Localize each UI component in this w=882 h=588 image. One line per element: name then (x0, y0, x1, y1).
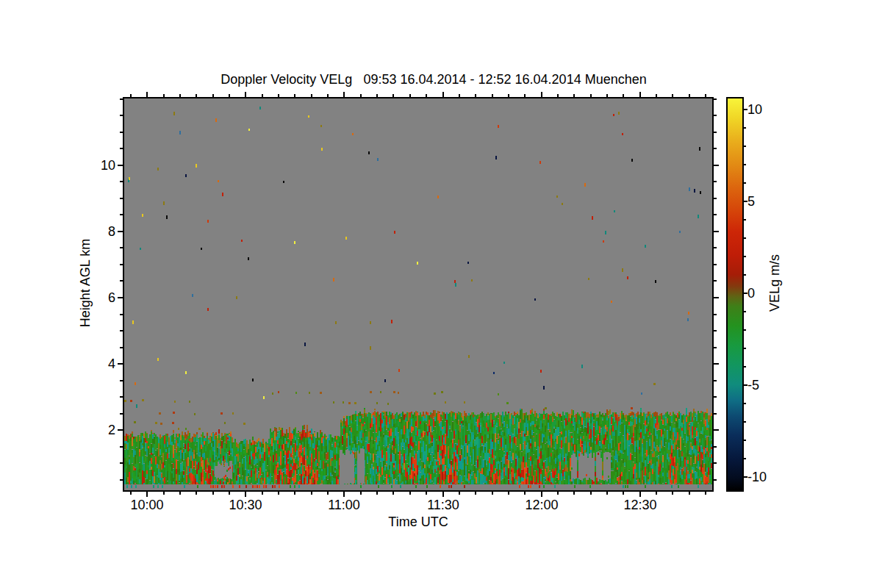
x-axis-tick (606, 492, 608, 495)
x-axis-tick (426, 492, 427, 495)
y-axis-tick (120, 396, 123, 398)
x-axis-tick (475, 492, 476, 495)
velocity-heatmap-canvas (124, 98, 712, 490)
x-axis-top-tick (262, 94, 263, 97)
x-axis-tick (130, 492, 132, 495)
x-axis-top-tick (130, 94, 132, 97)
y-axis-right-tick (714, 446, 717, 448)
y-axis-tick (120, 380, 123, 381)
x-axis-tick (689, 492, 690, 495)
y-axis-right-tick (714, 462, 717, 464)
x-axis-tick (179, 492, 181, 495)
y-axis-tick (120, 314, 123, 315)
y-axis-right-tick (714, 198, 717, 199)
y-axis-right-tick (714, 181, 717, 182)
y-axis-tick (120, 181, 123, 182)
y-axis-tick (118, 429, 123, 431)
x-axis-top-tick (508, 94, 509, 97)
y-axis-tick-label: 4 (83, 356, 115, 371)
y-axis-right-tick (714, 115, 717, 116)
y-axis-tick (120, 132, 123, 133)
colorbar-tick (744, 403, 746, 404)
y-axis-tick (120, 330, 123, 331)
x-axis-tick (557, 492, 559, 495)
x-axis-tick (196, 492, 197, 495)
x-axis-tick (392, 492, 394, 495)
y-axis-tick (120, 462, 123, 464)
colorbar-tick-label: 10 (747, 102, 784, 117)
colorbar-tick (744, 274, 746, 276)
colorbar-tick (744, 311, 746, 312)
y-axis-right-tick (714, 231, 719, 232)
y-axis-tick (120, 214, 123, 215)
x-axis-top-tick (179, 94, 181, 97)
x-axis-tick (541, 492, 542, 497)
x-axis-top-tick (327, 94, 329, 97)
x-axis-tick (524, 492, 526, 495)
colorbar-tick-label: -5 (747, 378, 784, 392)
x-axis-tick (442, 492, 444, 497)
y-axis-tick (120, 115, 123, 116)
x-axis-top-tick (442, 92, 444, 97)
x-axis-top-tick (245, 92, 246, 97)
y-axis-right-tick (714, 429, 719, 431)
x-axis-top-tick (475, 94, 476, 97)
colorbar-tick (744, 440, 746, 441)
x-axis-tick (343, 492, 345, 497)
x-axis-tick (656, 492, 657, 495)
y-axis-right-tick (714, 148, 717, 149)
y-axis-tick (120, 280, 123, 282)
x-axis-tick (459, 492, 460, 495)
x-axis-top-tick (229, 94, 230, 97)
chart-title: Doppler Velocity VELg 09:53 16.04.2014 -… (124, 72, 743, 87)
y-axis-tick (120, 264, 123, 265)
x-axis-tick (327, 492, 329, 495)
y-axis-tick-label: 6 (83, 290, 115, 305)
y-axis-tick (120, 148, 123, 149)
x-axis-tick-label: 10:00 (123, 498, 171, 513)
y-axis-tick-label: 8 (83, 224, 115, 239)
y-axis-right-tick (714, 396, 717, 398)
x-axis-tick (623, 492, 624, 495)
x-axis-tick (212, 492, 214, 495)
x-axis-tick (311, 492, 312, 495)
x-axis-top-tick (409, 94, 411, 97)
y-axis-tick (120, 198, 123, 199)
y-axis-right-tick (714, 98, 717, 100)
x-axis-top-tick (573, 94, 575, 97)
y-axis-right-tick (714, 380, 717, 381)
x-axis-tick-label: 12:30 (617, 498, 664, 513)
colorbar-axis-label: VELg m/s (767, 217, 782, 349)
x-axis-tick (705, 492, 706, 495)
x-axis-top-tick (541, 92, 542, 97)
colorbar-gradient (728, 98, 742, 490)
y-axis-right-tick (714, 165, 719, 166)
x-axis-top-tick (492, 94, 493, 97)
x-axis-tick (146, 492, 148, 497)
y-axis-tick (120, 413, 123, 415)
x-axis-top-tick (689, 94, 690, 97)
y-axis-tick (120, 479, 123, 481)
x-axis-tick-label: 11:30 (420, 498, 467, 513)
x-axis-top-tick (343, 92, 345, 97)
x-axis-tick (508, 492, 509, 495)
y-axis-tick-label: 2 (83, 423, 115, 437)
y-axis-right-tick (714, 363, 719, 365)
x-axis-top-tick (672, 94, 673, 97)
x-axis-tick (229, 492, 230, 495)
colorbar-tick (744, 219, 746, 220)
x-axis-tick-label: 10:30 (222, 498, 269, 513)
colorbar-tick (744, 146, 746, 147)
x-axis-top-tick (557, 94, 559, 97)
x-axis-top-tick (163, 94, 165, 97)
x-axis-tick (376, 492, 378, 495)
y-axis-tick (120, 446, 123, 448)
y-axis-tick (118, 231, 123, 232)
x-axis-top-tick (360, 94, 362, 97)
x-axis-tick (360, 492, 362, 495)
x-axis-top-tick (705, 94, 706, 97)
y-axis-right-tick (714, 347, 717, 348)
colorbar-tick (744, 127, 746, 129)
x-axis-label: Time UTC (124, 514, 712, 530)
colorbar-tick-label: 5 (747, 194, 784, 209)
